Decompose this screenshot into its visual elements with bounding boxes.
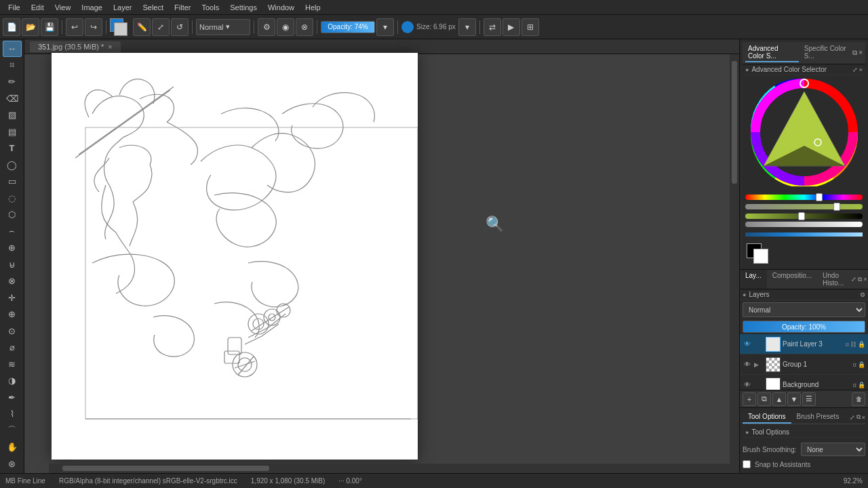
- eraser-tool[interactable]: ⌫: [3, 91, 22, 107]
- brush-type-button[interactable]: ◉: [277, 18, 294, 36]
- flip-button[interactable]: ▶: [502, 18, 520, 36]
- tool-options-float[interactable]: ⧉: [856, 413, 861, 421]
- copy-layer-button[interactable]: ⧉: [757, 392, 771, 406]
- brush-smoothing-dropdown[interactable]: None Basic Weighted Stabilizer Distance: [801, 443, 865, 456]
- lasso-tool[interactable]: ⌢: [3, 224, 22, 240]
- hue-slider[interactable]: [745, 195, 863, 200]
- contiguous-tool[interactable]: ⊙: [3, 323, 22, 340]
- transform-tool-button[interactable]: ⤢: [152, 18, 170, 36]
- advanced-color-tab[interactable]: Advanced Color S...: [745, 43, 799, 62]
- snap-to-assistants-checkbox[interactable]: [743, 460, 751, 468]
- smart-select-tool[interactable]: ⊗: [3, 273, 22, 289]
- layer-opacity-bar[interactable]: Opacity: 100%: [743, 321, 865, 333]
- vertical-scroll-thumb[interactable]: [732, 61, 737, 184]
- mirror-button[interactable]: ⇄: [484, 18, 501, 36]
- text-tool[interactable]: T: [3, 140, 22, 157]
- save-file-button[interactable]: 💾: [41, 18, 58, 36]
- layer-group-arrow[interactable]: ▶: [754, 361, 764, 368]
- color-temperature-slider[interactable]: [745, 232, 863, 237]
- value-thumb[interactable]: [798, 212, 805, 220]
- menu-window[interactable]: Window: [262, 2, 300, 13]
- pen-tool[interactable]: ✒: [3, 390, 22, 406]
- menu-edit[interactable]: Edit: [26, 2, 50, 13]
- size-options-button[interactable]: ▾: [458, 18, 476, 36]
- smudge-tool[interactable]: ≋: [3, 357, 22, 373]
- layer-blend-dropdown[interactable]: Normal: [743, 302, 865, 317]
- layer-lock-group1[interactable]: 🔒: [858, 361, 865, 368]
- sat-thumb[interactable]: [833, 203, 840, 211]
- color-panel-float[interactable]: ×: [859, 66, 863, 73]
- measure-tool[interactable]: ⌒: [3, 423, 22, 439]
- color-picker-tool[interactable]: ⊕: [3, 240, 22, 256]
- layer-alpha-lock-icon[interactable]: α: [846, 341, 849, 348]
- layer-lock-background[interactable]: 🔒: [858, 382, 865, 388]
- brush-presets-tab[interactable]: Brush Presets: [791, 411, 845, 424]
- canvas-tab-item[interactable]: 351.jpg (30.5 MiB) * ×: [30, 41, 121, 52]
- menu-layer[interactable]: Layer: [108, 2, 138, 13]
- transform-tool[interactable]: ↔: [3, 41, 22, 57]
- select-rect-tool[interactable]: ▭: [3, 174, 22, 190]
- horizontal-scroll-thumb[interactable]: [62, 466, 269, 471]
- color-swatch-group[interactable]: [110, 18, 132, 36]
- menu-tools[interactable]: Tools: [197, 2, 225, 13]
- opacity-bar[interactable]: Opacity: 74%: [321, 21, 375, 33]
- layers-tab[interactable]: Lay...: [740, 270, 767, 289]
- specific-color-tab[interactable]: Specific Color S...: [802, 43, 850, 62]
- layer-row-group1[interactable]: 👁 ▶ Group 1 α 🔒: [740, 354, 868, 375]
- layers-panel-close[interactable]: ×: [863, 276, 867, 283]
- add-layer-button[interactable]: +: [743, 392, 756, 406]
- open-file-button[interactable]: 📂: [22, 18, 39, 36]
- tool-options-tab[interactable]: Tool Options: [743, 411, 791, 424]
- move-tool[interactable]: ✛: [3, 290, 22, 306]
- brush-erase-button[interactable]: ⊗: [296, 18, 313, 36]
- horizontal-scrollbar[interactable]: [49, 464, 739, 473]
- layers-panel-float[interactable]: ⧉: [858, 276, 862, 283]
- hand-tool[interactable]: ✋: [3, 439, 22, 455]
- brush-tool[interactable]: ✏: [3, 74, 22, 90]
- layer-visibility-background[interactable]: 👁: [743, 380, 752, 390]
- layer-properties-button[interactable]: ☰: [802, 392, 816, 406]
- menu-filter[interactable]: Filter: [169, 2, 196, 13]
- layers-panel-expand[interactable]: ⤢: [851, 276, 856, 283]
- panel-float-button[interactable]: ⧉: [852, 49, 857, 57]
- color-panel-expand[interactable]: ⤢: [852, 66, 858, 73]
- background-color-swatch[interactable]: [753, 249, 768, 264]
- select-polygon-tool[interactable]: ⬡: [3, 207, 22, 223]
- paint-bucket-tool[interactable]: ⊌: [3, 257, 22, 273]
- menu-help[interactable]: Help: [300, 2, 326, 13]
- undo-button[interactable]: ↩: [66, 18, 83, 36]
- value-slider[interactable]: [745, 214, 863, 219]
- zoom-tool[interactable]: ⊕: [3, 306, 22, 323]
- tool-options-expand[interactable]: ⤢: [850, 414, 855, 421]
- dodge-burn-tool[interactable]: ◑: [3, 373, 22, 389]
- blend-mode-dropdown[interactable]: Normal ▾: [196, 19, 250, 35]
- undo-history-tab[interactable]: Undo Histo...: [817, 270, 849, 289]
- wrap-button[interactable]: ⊞: [521, 18, 539, 36]
- layer-visibility-paint3[interactable]: 👁: [743, 340, 752, 349]
- color-wheel-svg[interactable]: [750, 78, 859, 186]
- assistant-tool[interactable]: ⊛: [3, 456, 22, 472]
- shape-tool[interactable]: ◯: [3, 157, 22, 174]
- layer-alpha-lock-group1[interactable]: α: [853, 361, 856, 368]
- menu-file[interactable]: File: [3, 2, 26, 13]
- move-layer-down-button[interactable]: ▼: [787, 392, 801, 406]
- saturation-slider[interactable]: [745, 204, 863, 209]
- new-file-button[interactable]: 📄: [3, 18, 20, 36]
- redo-button[interactable]: ↪: [85, 18, 102, 36]
- panel-close-button[interactable]: ×: [859, 49, 863, 57]
- select-ellipse-tool[interactable]: ◌: [3, 190, 22, 207]
- canvas-close-button[interactable]: ×: [108, 43, 112, 51]
- delete-layer-button[interactable]: 🗑: [852, 392, 865, 406]
- vertical-scrollbar[interactable]: [730, 54, 739, 464]
- tint-slider[interactable]: [745, 222, 863, 227]
- gradient-tool[interactable]: ▤: [3, 124, 22, 140]
- reset-tool-button[interactable]: ↺: [171, 18, 189, 36]
- menu-settings[interactable]: Settings: [224, 2, 262, 13]
- menu-select[interactable]: Select: [137, 2, 169, 13]
- menu-view[interactable]: View: [50, 2, 77, 13]
- brush-tool-button[interactable]: ✏️: [133, 18, 151, 36]
- move-layer-up-button[interactable]: ▲: [772, 392, 786, 406]
- canvas-area[interactable]: 351.jpg (30.5 MiB) * ×: [24, 39, 739, 473]
- menu-image[interactable]: Image: [76, 2, 108, 13]
- hue-thumb[interactable]: [816, 193, 823, 201]
